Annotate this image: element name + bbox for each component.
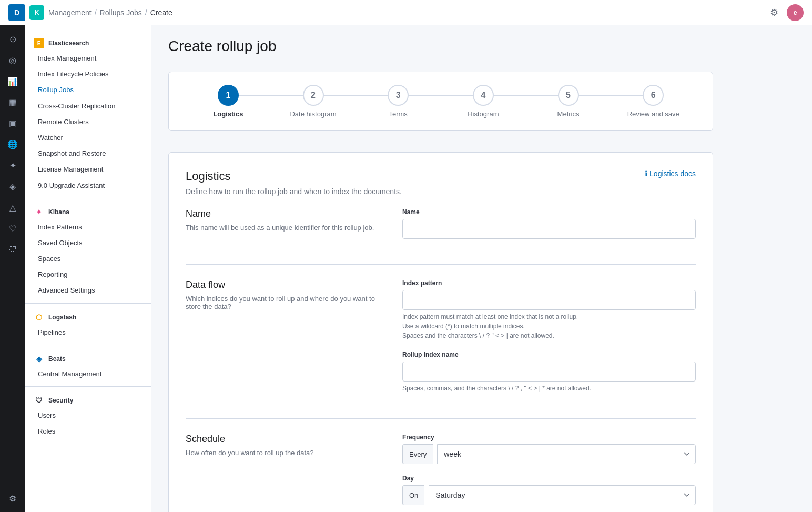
name-input[interactable] — [402, 219, 696, 239]
section-desc: Define how to run the rollup job and whe… — [186, 187, 402, 196]
rail-icon-management[interactable]: ⚙ — [3, 489, 22, 508]
sidebar: E Elasticsearch Index Management Index L… — [25, 25, 151, 512]
rollup-index-hint: Spaces, commas, and the characters \ / ?… — [402, 384, 696, 393]
rail-icon-ml[interactable]: ✦ — [3, 156, 22, 175]
rollup-index-field-group: Rollup index name Spaces, commas, and th… — [402, 351, 696, 393]
page-title: Create rollup job — [168, 38, 713, 55]
name-form-row: Name This name will be used as a unique … — [186, 208, 696, 249]
section-title: Logistics — [186, 169, 402, 183]
section-header: Logistics Define how to run the rollup j… — [186, 169, 696, 196]
sidebar-item-snapshot[interactable]: Snapshot and Restore — [25, 146, 151, 162]
sidebar-item-index-patterns[interactable]: Index Patterns — [25, 219, 151, 235]
icon-rail: ⊙ ◎ 📊 ▦ ▣ 🌐 ✦ ◈ △ ♡ 🛡 ⚙ — [0, 25, 25, 512]
rail-icon-canvas[interactable]: ▣ — [3, 114, 22, 133]
sidebar-item-rollup-jobs[interactable]: Rollup Jobs — [25, 82, 151, 98]
schedule-form-row: Schedule How often do you want to roll u… — [186, 434, 696, 512]
sidebar-item-license[interactable]: License Management — [25, 162, 151, 177]
step-label-4: Histogram — [468, 110, 499, 118]
sidebar-item-central-management[interactable]: Central Management — [25, 366, 151, 382]
logstash-section-icon: ⬡ — [34, 312, 44, 323]
sidebar-item-upgrade[interactable]: 9.0 Upgrade Assistant — [25, 178, 151, 194]
sidebar-divider-1 — [25, 198, 151, 198]
topbar-right: ⚙ e — [766, 4, 804, 21]
breadcrumb-rollup-jobs[interactable]: Rollups Jobs — [100, 8, 142, 17]
rail-icon-graph[interactable]: ◈ — [3, 177, 22, 196]
rollup-index-label: Rollup index name — [402, 351, 696, 358]
rail-icon-visualize[interactable]: 📊 — [3, 72, 22, 91]
wizard-step-3[interactable]: 3 Terms — [356, 85, 441, 118]
name-form-left: Name This name will be used as a unique … — [186, 208, 385, 249]
index-pattern-input[interactable] — [402, 290, 696, 310]
sidebar-item-watcher[interactable]: Watcher — [25, 130, 151, 146]
wizard-step-5[interactable]: 5 Metrics — [526, 85, 611, 118]
sidebar-item-reporting[interactable]: Reporting — [25, 267, 151, 283]
rail-icon-apm[interactable]: △ — [3, 198, 22, 217]
breadcrumb-create: Create — [150, 8, 172, 17]
rail-icon-siem[interactable]: 🛡 — [3, 240, 22, 259]
elasticsearch-icon: E — [34, 38, 44, 48]
every-pill: Every — [402, 444, 433, 464]
sidebar-divider-2 — [25, 303, 151, 304]
sidebar-item-advanced-settings[interactable]: Advanced Settings — [25, 283, 151, 298]
settings-button[interactable]: ⚙ — [766, 4, 783, 21]
dataflow-form-row: Data flow Which indices do you want to r… — [186, 279, 696, 404]
sidebar-section-kibana: ✦ Kibana — [25, 203, 151, 219]
dataflow-form-right: Index pattern Index pattern must match a… — [402, 279, 696, 404]
logistics-section: Logistics Define how to run the rollup j… — [168, 152, 713, 512]
name-form-right: Name — [402, 208, 696, 249]
divider-1 — [186, 264, 696, 265]
rail-icon-discover[interactable]: ◎ — [3, 51, 22, 69]
rail-icon-home[interactable]: ⊙ — [3, 29, 22, 48]
dataflow-block-desc: Which indices do you want to roll up and… — [186, 295, 385, 310]
frequency-label: Frequency — [402, 434, 696, 441]
schedule-form-right: Frequency Every week day hour minute — [402, 434, 696, 512]
sidebar-item-spaces[interactable]: Spaces — [25, 251, 151, 267]
step-circle-1: 1 — [218, 85, 239, 106]
wizard-steps: 1 Logistics 2 Date histogram 3 Terms 4 H… — [168, 72, 713, 131]
frequency-field-group: Frequency Every week day hour minute — [402, 434, 696, 464]
sidebar-section-beats: ◈ Beats — [25, 349, 151, 366]
sidebar-item-ccr[interactable]: Cross-Cluster Replication — [25, 98, 151, 114]
name-field-label: Name — [402, 208, 696, 216]
rail-icon-maps[interactable]: 🌐 — [3, 135, 22, 154]
rail-icon-dashboard[interactable]: ▦ — [3, 93, 22, 112]
security-section-icon: 🛡 — [34, 395, 44, 406]
rail-icon-uptime[interactable]: ♡ — [3, 219, 22, 238]
rollup-index-input[interactable] — [402, 362, 696, 382]
sidebar-item-saved-objects[interactable]: Saved Objects — [25, 235, 151, 251]
sidebar-item-index-management[interactable]: Index Management — [25, 51, 151, 66]
step-circle-2: 2 — [303, 85, 324, 106]
sidebar-item-users[interactable]: Users — [25, 408, 151, 424]
step-label-5: Metrics — [557, 110, 580, 118]
day-select[interactable]: Saturday Sunday Monday Tuesday Wednesday… — [429, 485, 696, 505]
wizard-step-1[interactable]: 1 Logistics — [186, 85, 271, 118]
sidebar-item-ilp[interactable]: Index Lifecycle Policies — [25, 66, 151, 82]
dataflow-form-left: Data flow Which indices do you want to r… — [186, 279, 385, 404]
sidebar-item-pipelines[interactable]: Pipelines — [25, 325, 151, 340]
index-pattern-label: Index pattern — [402, 279, 696, 287]
divider-2 — [186, 418, 696, 419]
wizard-step-6[interactable]: 6 Review and save — [611, 85, 696, 118]
step-label-3: Terms — [389, 110, 407, 118]
docs-link[interactable]: ℹ Logistics docs — [645, 169, 696, 178]
section-header-left: Logistics Define how to run the rollup j… — [186, 169, 402, 196]
wizard-step-4[interactable]: 4 Histogram — [441, 85, 526, 118]
schedule-block-title: Schedule — [186, 434, 385, 445]
sidebar-item-remote-clusters[interactable]: Remote Clusters — [25, 114, 151, 130]
name-block-title: Name — [186, 208, 385, 219]
sidebar-divider-4 — [25, 386, 151, 387]
schedule-block-desc: How often do you want to roll up the dat… — [186, 449, 385, 457]
step-circle-6: 6 — [643, 85, 664, 106]
sidebar-item-roles[interactable]: Roles — [25, 424, 151, 439]
frequency-select-row: Every week day hour minute — [402, 444, 696, 464]
frequency-select[interactable]: week day hour minute — [437, 444, 696, 464]
wizard-step-2[interactable]: 2 Date histogram — [271, 85, 356, 118]
sidebar-divider-3 — [25, 345, 151, 345]
breadcrumb-management[interactable]: Management — [48, 8, 92, 17]
dataflow-block-title: Data flow — [186, 279, 385, 290]
name-block-desc: This name will be used as a unique ident… — [186, 224, 385, 232]
step-label-6: Review and save — [627, 110, 679, 118]
schedule-form-left: Schedule How often do you want to roll u… — [186, 434, 385, 512]
user-avatar[interactable]: e — [787, 4, 804, 21]
step-label-2: Date histogram — [290, 110, 336, 118]
